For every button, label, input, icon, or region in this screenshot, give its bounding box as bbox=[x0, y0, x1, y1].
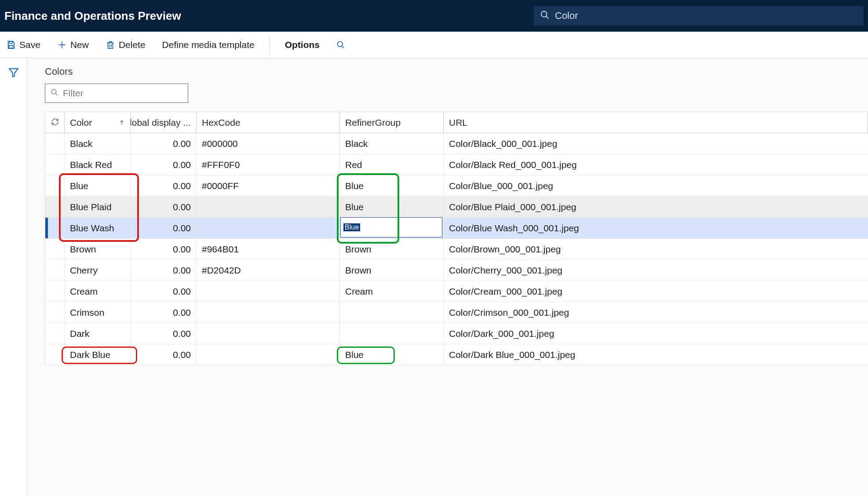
cell-url[interactable]: Color/Cherry_000_001.jpeg bbox=[444, 260, 868, 281]
cell-hex[interactable]: #FFF0F0 bbox=[197, 154, 340, 175]
table-row[interactable]: Brown0.00#964B01BrownColor/Brown_000_001… bbox=[45, 239, 868, 260]
cell-url[interactable]: Color/Dark_000_001.jpeg bbox=[444, 323, 868, 344]
row-selector[interactable] bbox=[45, 133, 65, 154]
column-header-hex[interactable]: HexCode bbox=[197, 112, 340, 133]
cell-refiner[interactable]: Red bbox=[340, 154, 444, 175]
cell-hex[interactable] bbox=[197, 218, 340, 238]
cell-url[interactable]: Color/Dark Blue_000_001.jpeg bbox=[444, 344, 868, 365]
plus-icon bbox=[57, 40, 67, 50]
cell-global[interactable]: 0.00 bbox=[131, 154, 197, 175]
cell-global[interactable]: 0.00 bbox=[131, 302, 197, 323]
cell-global[interactable]: 0.00 bbox=[131, 281, 197, 302]
refresh-column-header[interactable] bbox=[45, 112, 65, 133]
page-search-button[interactable] bbox=[335, 38, 347, 52]
row-selector[interactable] bbox=[45, 175, 65, 196]
cell-color[interactable]: Blue Wash bbox=[65, 218, 131, 238]
row-selector[interactable] bbox=[45, 302, 65, 323]
cell-url[interactable]: Color/Blue Wash_000_001.jpeg bbox=[444, 218, 868, 238]
cell-refiner[interactable] bbox=[340, 302, 444, 323]
column-header-url[interactable]: URL bbox=[444, 112, 868, 133]
cell-global[interactable]: 0.00 bbox=[131, 323, 197, 344]
global-search[interactable] bbox=[534, 6, 864, 26]
cell-color[interactable]: Crimson bbox=[65, 302, 131, 323]
table-row[interactable]: Cherry0.00#D2042DBrownColor/Cherry_000_0… bbox=[45, 260, 868, 281]
cell-refiner[interactable]: Cream bbox=[340, 281, 444, 302]
cell-hex[interactable]: #000000 bbox=[197, 133, 340, 154]
cell-hex[interactable] bbox=[197, 323, 340, 344]
row-selector[interactable] bbox=[45, 323, 65, 344]
cell-hex[interactable]: #0000FF bbox=[197, 175, 340, 196]
cell-global[interactable]: 0.00 bbox=[131, 133, 197, 154]
cell-global[interactable]: 0.00 bbox=[131, 197, 197, 217]
table-row[interactable]: Cream0.00CreamColor/Cream_000_001.jpeg bbox=[45, 281, 868, 302]
cell-hex[interactable] bbox=[197, 344, 340, 365]
cell-url[interactable]: Color/Black Red_000_001.jpeg bbox=[444, 154, 868, 175]
cell-url[interactable]: Color/Cream_000_001.jpeg bbox=[444, 281, 868, 302]
row-selector[interactable] bbox=[45, 197, 65, 217]
table-row[interactable]: Blue Wash0.00Color/Blue Wash_000_001.jpe… bbox=[45, 218, 868, 239]
cell-global[interactable]: 0.00 bbox=[131, 260, 197, 281]
cell-color[interactable]: Blue bbox=[65, 175, 131, 196]
cell-color[interactable]: Black Red bbox=[65, 154, 131, 175]
cell-hex[interactable] bbox=[197, 281, 340, 302]
cell-hex[interactable]: #D2042D bbox=[197, 260, 340, 281]
column-header-refiner[interactable]: RefinerGroup bbox=[340, 112, 444, 133]
cell-refiner[interactable] bbox=[340, 323, 444, 344]
table-row[interactable]: Black0.00#000000BlackColor/Black_000_001… bbox=[45, 133, 868, 154]
search-icon bbox=[51, 88, 58, 98]
table-row[interactable]: Black Red0.00#FFF0F0RedColor/Black Red_0… bbox=[45, 154, 868, 175]
table-row[interactable]: Dark0.00Color/Dark_000_001.jpeg bbox=[45, 323, 868, 344]
refresh-icon bbox=[51, 117, 59, 128]
cell-url[interactable]: Color/Blue_000_001.jpeg bbox=[444, 175, 868, 196]
row-selector[interactable] bbox=[45, 344, 65, 365]
cell-url[interactable]: Color/Black_000_001.jpeg bbox=[444, 133, 868, 154]
options-label: Options bbox=[285, 40, 320, 50]
table-row[interactable]: Crimson0.00Color/Crimson_000_001.jpeg bbox=[45, 302, 868, 323]
cell-color[interactable]: Blue Plaid bbox=[65, 197, 131, 217]
cell-refiner[interactable]: Blue bbox=[340, 197, 444, 217]
cell-refiner[interactable]: Blue bbox=[340, 175, 444, 196]
row-selector[interactable] bbox=[45, 154, 65, 175]
new-button[interactable]: New bbox=[55, 37, 91, 53]
table-row[interactable]: Dark Blue0.00BlueColor/Dark Blue_000_001… bbox=[45, 344, 868, 365]
cell-color[interactable]: Dark bbox=[65, 323, 131, 344]
define-media-button[interactable]: Define media template bbox=[160, 37, 256, 53]
refiner-edit-input[interactable]: Blue bbox=[340, 217, 442, 237]
cell-global[interactable]: 0.00 bbox=[131, 218, 197, 238]
cell-refiner[interactable]: Brown bbox=[340, 239, 444, 259]
cell-refiner[interactable]: Black bbox=[340, 133, 444, 154]
delete-button[interactable]: Delete bbox=[104, 37, 147, 53]
table-row[interactable]: Blue Plaid0.00BlueColor/Blue Plaid_000_0… bbox=[45, 197, 868, 218]
cell-url[interactable]: Color/Blue Plaid_000_001.jpeg bbox=[444, 197, 868, 217]
cell-url[interactable]: Color/Brown_000_001.jpeg bbox=[444, 239, 868, 259]
save-button[interactable]: Save bbox=[4, 37, 42, 53]
options-button[interactable]: Options bbox=[283, 37, 321, 53]
cell-global[interactable]: 0.00 bbox=[131, 239, 197, 259]
cell-hex[interactable]: #964B01 bbox=[197, 239, 340, 259]
row-selector[interactable] bbox=[45, 239, 65, 259]
global-search-input[interactable] bbox=[555, 10, 857, 22]
svg-rect-2 bbox=[9, 41, 12, 43]
grid-filter[interactable] bbox=[45, 84, 188, 103]
cell-hex[interactable] bbox=[197, 302, 340, 323]
filter-pane-toggle[interactable] bbox=[8, 67, 19, 496]
cell-hex[interactable] bbox=[197, 197, 340, 217]
cell-global[interactable]: 0.00 bbox=[131, 344, 197, 365]
cell-color[interactable]: Brown bbox=[65, 239, 131, 259]
table-row[interactable]: Blue0.00#0000FFBlueColor/Blue_000_001.jp… bbox=[45, 175, 868, 197]
cell-color[interactable]: Black bbox=[65, 133, 131, 154]
grid-filter-input[interactable] bbox=[63, 88, 182, 98]
column-header-color[interactable]: Color bbox=[65, 112, 131, 133]
row-selector[interactable] bbox=[45, 218, 65, 238]
row-selector[interactable] bbox=[45, 260, 65, 281]
column-header-global[interactable]: Global display ... bbox=[131, 112, 197, 133]
cell-global[interactable]: 0.00 bbox=[131, 175, 197, 196]
row-selector[interactable] bbox=[45, 281, 65, 302]
cell-color[interactable]: Dark Blue bbox=[65, 344, 131, 365]
cell-url[interactable]: Color/Crimson_000_001.jpeg bbox=[444, 302, 868, 323]
cell-color[interactable]: Cream bbox=[65, 281, 131, 302]
cell-refiner[interactable]: Brown bbox=[340, 260, 444, 281]
cell-color[interactable]: Cherry bbox=[65, 260, 131, 281]
cell-refiner[interactable]: Blue bbox=[340, 344, 444, 365]
svg-line-10 bbox=[342, 46, 344, 48]
